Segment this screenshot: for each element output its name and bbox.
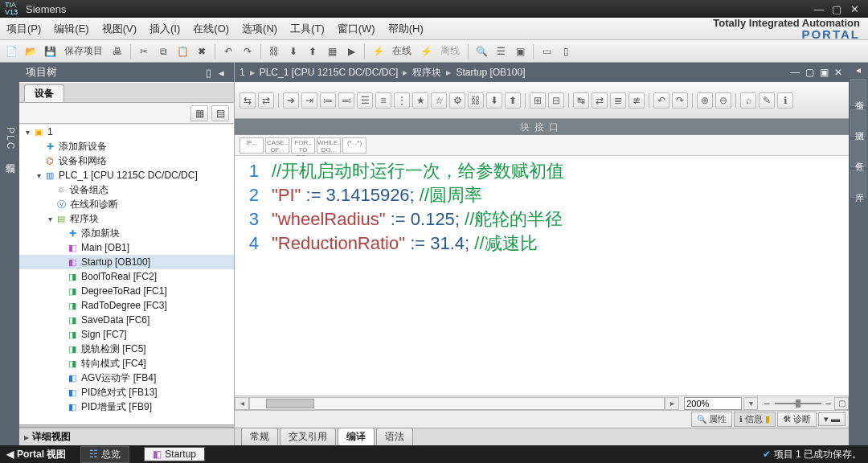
- paste-icon[interactable]: 📋: [174, 43, 190, 59]
- collapse-left-icon[interactable]: ▯: [202, 67, 215, 79]
- snippet-3[interactable]: WHILE.. DO...: [317, 137, 341, 154]
- tree-twist-icon[interactable]: ▾: [45, 215, 55, 223]
- ed-tool-26[interactable]: ↷: [672, 92, 688, 109]
- ed-tool-4[interactable]: ⇥: [301, 92, 317, 109]
- tree-item-sign[interactable]: ◨Sign [FC7]: [19, 327, 234, 342]
- snippet-2[interactable]: FOR.. TO DO..: [291, 137, 315, 154]
- tree-item-startup[interactable]: ◧Startup [OB100]: [19, 255, 234, 269]
- info-tab-诊断[interactable]: 🛠诊断: [777, 412, 817, 427]
- go-online-icon[interactable]: ⚡: [370, 43, 386, 59]
- close-panel-icon[interactable]: ◂: [215, 67, 227, 79]
- tree-item-dev_net[interactable]: ⌬设备和网络: [19, 154, 234, 168]
- ed-tool-0[interactable]: ⇆: [240, 92, 256, 109]
- menu-选项(N)[interactable]: 选项(N): [235, 22, 284, 36]
- ed-tool-7[interactable]: ☰: [357, 92, 373, 109]
- rightrail-测试[interactable]: 测试: [850, 109, 866, 137]
- code-line[interactable]: 3"wheelRadius" := 0.125; //舵轮的半径: [240, 207, 849, 232]
- tree-twist-icon[interactable]: ▾: [23, 128, 32, 137]
- crumb-0[interactable]: 1: [238, 67, 247, 78]
- collapse-right-icon[interactable]: ◂: [856, 64, 861, 76]
- status-tab-startup[interactable]: ◧ Startup: [144, 447, 205, 461]
- ed-tool-22[interactable]: ≣: [610, 92, 626, 109]
- start-icon[interactable]: ▶: [343, 43, 359, 59]
- ed-tool-20[interactable]: ↹: [573, 92, 589, 109]
- cut-icon[interactable]: ✂: [136, 43, 152, 59]
- ed-tool-3[interactable]: ➔: [283, 92, 299, 109]
- bottom-tab-编译[interactable]: 编译: [338, 428, 375, 445]
- rightrail-库[interactable]: 库: [850, 170, 866, 198]
- rightrail-指令[interactable]: 指令: [850, 79, 866, 106]
- crumb-2[interactable]: 程序块: [411, 66, 443, 80]
- ed-tool-17[interactable]: ⊞: [530, 92, 546, 109]
- portal-view-button[interactable]: ◀ Portal 视图: [6, 448, 66, 461]
- editor-winbtn-2[interactable]: ▣: [817, 67, 831, 78]
- editor-winbtn-0[interactable]: —: [788, 67, 802, 78]
- tree-item-agv[interactable]: ◧AGV运动学 [FB4]: [19, 371, 234, 385]
- ed-tool-12[interactable]: ⚙: [449, 92, 465, 109]
- ed-tool-28[interactable]: ⊕: [697, 92, 713, 109]
- info-collapse-button[interactable]: ▾ ▬: [818, 412, 845, 426]
- ed-tool-1[interactable]: ⇄: [258, 92, 274, 109]
- tree-item-booltoreal[interactable]: ◨BoolToReal [FC2]: [19, 269, 234, 284]
- zoom-fit-icon[interactable]: ▢: [834, 397, 849, 410]
- tree-item-pidabs[interactable]: ◧PID绝对式 [FB13]: [19, 385, 234, 399]
- tree-item-pidinc[interactable]: ◧PID增量式 [FB9]: [19, 399, 234, 414]
- info-tab-信息[interactable]: ℹ信息 ▮: [734, 412, 776, 427]
- window-tile-icon[interactable]: ▯: [558, 43, 574, 59]
- ed-tool-25[interactable]: ↶: [653, 92, 669, 109]
- tree-item-steer[interactable]: ◨转向模式 [FC4]: [19, 356, 234, 371]
- ed-tool-33[interactable]: ℹ: [777, 92, 793, 109]
- scroll-left-icon[interactable]: ◂: [235, 397, 249, 410]
- tree-item-proj[interactable]: ▾▣1: [19, 125, 234, 139]
- tree-item-blocks[interactable]: ▾▤程序块: [19, 211, 234, 226]
- snippet-0[interactable]: IF...: [240, 137, 264, 154]
- editor-hscroll[interactable]: ◂ ▸ ▾ ─ ─ ▢: [235, 395, 849, 410]
- scroll-right-icon[interactable]: ▸: [665, 397, 679, 410]
- code-line[interactable]: 1//开机启动时运行一次，给参数赋初值: [240, 159, 849, 183]
- ed-tool-32[interactable]: ✎: [759, 92, 775, 109]
- ed-tool-13[interactable]: ⛓: [468, 92, 484, 109]
- ed-tool-10[interactable]: ★: [412, 92, 428, 109]
- ed-tool-15[interactable]: ⬆: [505, 92, 521, 109]
- ed-tool-31[interactable]: ⌕: [740, 92, 756, 109]
- menu-项目(P)[interactable]: 项目(P): [0, 22, 47, 36]
- minimize-button[interactable]: —: [810, 3, 828, 15]
- copy-icon[interactable]: ⧉: [155, 43, 171, 59]
- status-tab-overview[interactable]: ☷ 总览: [80, 446, 129, 463]
- menu-工具(T)[interactable]: 工具(T): [284, 22, 331, 36]
- new-project-icon[interactable]: 📄: [3, 43, 19, 59]
- print-icon[interactable]: 🖶: [109, 43, 125, 59]
- window-split-icon[interactable]: ▭: [538, 43, 555, 59]
- tree-item-online_diag[interactable]: ⓥ在线和诊断: [19, 197, 234, 211]
- ed-tool-9[interactable]: ⋮: [394, 92, 410, 109]
- search-icon[interactable]: 🔍: [473, 43, 489, 59]
- block-interface-bar[interactable]: 块接口: [235, 119, 849, 135]
- ed-tool-6[interactable]: ≕: [338, 92, 354, 109]
- menu-帮助(H)[interactable]: 帮助(H): [382, 22, 430, 36]
- bottom-tab-交叉引用[interactable]: 交叉引用: [280, 428, 336, 445]
- save-icon[interactable]: 💾: [42, 43, 58, 59]
- menu-在线(O)[interactable]: 在线(O): [186, 22, 235, 36]
- crumb-3[interactable]: Startup [OB100]: [454, 67, 526, 78]
- ed-tool-5[interactable]: ≔: [320, 92, 336, 109]
- bottom-tab-常规[interactable]: 常规: [241, 428, 278, 445]
- code-editor[interactable]: 1//开机启动时运行一次，给参数赋初值2"PI" := 3.1415926; /…: [235, 156, 849, 395]
- online-label[interactable]: 在线: [389, 44, 415, 58]
- code-line[interactable]: 4"ReductionRatio" := 31.4; //减速比: [240, 232, 849, 256]
- open-project-icon[interactable]: 📂: [23, 43, 39, 59]
- tab-devices[interactable]: 设备: [24, 84, 64, 102]
- undo-icon[interactable]: ↶: [220, 43, 236, 59]
- maximize-button[interactable]: ▢: [828, 3, 845, 15]
- ed-tool-18[interactable]: ⊟: [548, 92, 564, 109]
- tree-item-derail[interactable]: ◨脱轨检测 [FC5]: [19, 342, 234, 356]
- tree-item-add_blk[interactable]: ✚添加新块: [19, 226, 234, 240]
- tree-item-add_dev[interactable]: ✚添加新设备: [19, 139, 234, 154]
- editor-winbtn-1[interactable]: ▢: [802, 67, 817, 78]
- info-tab-属性[interactable]: 🔍属性: [691, 412, 732, 427]
- menu-窗口(W)[interactable]: 窗口(W): [331, 22, 382, 36]
- ed-tool-23[interactable]: ≢: [628, 92, 645, 109]
- menu-插入(I)[interactable]: 插入(I): [143, 22, 186, 36]
- ed-tool-29[interactable]: ⊖: [715, 92, 731, 109]
- tree-expand-icon[interactable]: ▦: [190, 105, 208, 121]
- zoom-slider[interactable]: ─ ─ ▢: [764, 397, 849, 410]
